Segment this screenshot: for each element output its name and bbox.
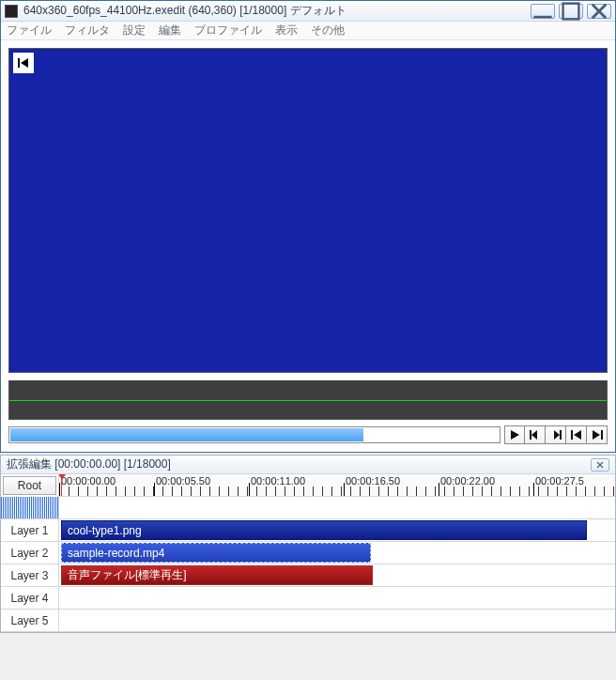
track-5[interactable] — [59, 610, 615, 632]
svg-marker-7 — [554, 430, 560, 440]
time-ruler[interactable]: 00:00:00.00 00:00:05.50 00:00:11.00 00:0… — [59, 474, 615, 497]
layer-label-2[interactable]: Layer 2 — [1, 542, 58, 564]
svg-rect-8 — [560, 430, 562, 440]
timeline-left-gutter: Root Layer 1 Layer 2 Layer 3 Layer 4 Lay… — [1, 474, 59, 632]
timeline-title: 拡張編集 [00:00:00.00] [1/18000] — [7, 456, 591, 472]
track-2[interactable]: sample-record.mp4 — [59, 542, 615, 564]
layer-label-1[interactable]: Layer 1 — [1, 519, 58, 542]
seek-fill — [10, 428, 363, 441]
svg-rect-6 — [530, 430, 531, 440]
goto-end-button[interactable] — [587, 425, 608, 444]
layer-label-5[interactable]: Layer 5 — [1, 610, 58, 632]
menu-bar: ファイル フィルタ 設定 編集 プロファイル 表示 その他 — [1, 22, 615, 40]
timeline-titlebar[interactable]: 拡張編集 [00:00:00.00] [1/18000] — [1, 456, 615, 474]
close-button[interactable] — [587, 4, 611, 19]
waveform-thumbnail — [1, 497, 58, 519]
clip-sample-record[interactable]: sample-record.mp4 — [61, 543, 371, 563]
clip-label: cool-type1.png — [68, 524, 142, 537]
svg-marker-3 — [21, 58, 28, 68]
svg-rect-2 — [18, 58, 20, 68]
track-1[interactable]: cool-type1.png — [59, 519, 615, 542]
menu-profile[interactable]: プロファイル — [194, 23, 262, 39]
seek-row — [1, 420, 615, 452]
app-icon — [5, 5, 18, 18]
transport-controls — [504, 425, 608, 444]
timeline-window: 拡張編集 [00:00:00.00] [1/18000] Root Layer … — [0, 455, 616, 633]
clip-label: 音声ファイル[標準再生] — [68, 567, 187, 583]
menu-view[interactable]: 表示 — [275, 23, 298, 39]
playhead[interactable] — [61, 474, 62, 496]
svg-rect-1 — [563, 3, 579, 19]
timeline-tracks-area[interactable]: 00:00:00.00 00:00:05.50 00:00:11.00 00:0… — [59, 474, 615, 632]
goto-start-button[interactable] — [566, 425, 587, 444]
step-back-button[interactable] — [525, 425, 546, 444]
timeline-close-button[interactable] — [591, 458, 609, 471]
step-forward-button[interactable] — [546, 425, 566, 444]
menu-other[interactable]: その他 — [311, 23, 345, 39]
menu-settings[interactable]: 設定 — [123, 23, 146, 39]
track-4[interactable] — [59, 587, 615, 610]
titlebar[interactable]: 640x360_60fps_44100Hz.exedit (640,360) [… — [1, 1, 615, 22]
svg-marker-5 — [531, 430, 537, 440]
amplitude-row — [59, 497, 615, 519]
menu-filter[interactable]: フィルタ — [65, 23, 110, 39]
minimize-button[interactable] — [531, 4, 555, 19]
svg-marker-4 — [511, 430, 519, 440]
preview-area[interactable] — [8, 48, 608, 373]
play-button[interactable] — [504, 425, 525, 444]
clip-cool-type1[interactable]: cool-type1.png — [61, 520, 587, 540]
svg-rect-0 — [533, 15, 551, 17]
main-window: 640x360_60fps_44100Hz.exedit (640,360) [… — [0, 0, 616, 453]
audio-waveform-strip — [8, 380, 608, 420]
menu-edit[interactable]: 編集 — [159, 23, 181, 39]
svg-rect-9 — [571, 430, 573, 440]
svg-marker-12 — [593, 430, 600, 440]
layer-label-4[interactable]: Layer 4 — [1, 587, 58, 610]
window-title: 640x360_60fps_44100Hz.exedit (640,360) [… — [23, 3, 531, 19]
seek-bar[interactable] — [8, 426, 500, 443]
menu-file[interactable]: ファイル — [7, 23, 52, 39]
svg-rect-11 — [601, 430, 603, 440]
svg-marker-10 — [574, 430, 581, 440]
goto-start-overlay-button[interactable] — [13, 53, 34, 73]
clip-label: sample-record.mp4 — [68, 547, 164, 560]
layer-label-3[interactable]: Layer 3 — [1, 564, 58, 587]
track-3[interactable]: 音声ファイル[標準再生] — [59, 564, 615, 587]
clip-audio[interactable]: 音声ファイル[標準再生] — [61, 565, 373, 585]
root-button[interactable]: Root — [3, 476, 56, 495]
maximize-button[interactable] — [559, 4, 583, 19]
